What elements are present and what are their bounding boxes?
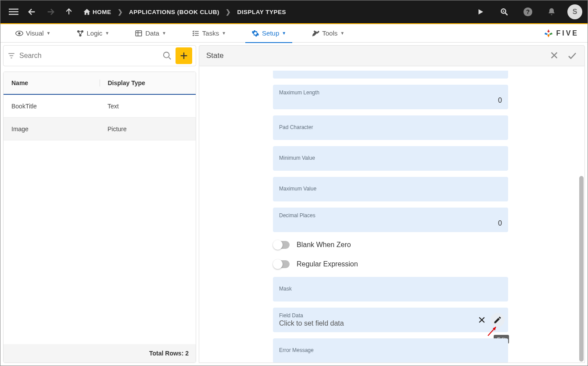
toggle-label: Blank When Zero	[297, 241, 351, 249]
field-label: Decimal Places	[279, 212, 502, 219]
field-label: Mask	[279, 286, 502, 292]
search-bar	[3, 45, 196, 66]
home-icon	[83, 8, 91, 16]
table-row[interactable]: BookTitle Text	[4, 95, 196, 118]
field-label: Field Data	[279, 312, 502, 319]
cell-name: Image	[4, 126, 100, 133]
toggle-blank-when-zero[interactable]: Blank When Zero	[273, 238, 508, 251]
filter-icon[interactable]	[7, 51, 16, 60]
svg-line-4	[506, 13, 508, 15]
toggle-regex[interactable]: Regular Expression	[273, 258, 508, 271]
close-icon[interactable]	[549, 50, 559, 61]
table-header: Name Display Type	[4, 72, 196, 95]
svg-rect-1	[9, 11, 18, 12]
nav-logic[interactable]: Logic▼	[70, 24, 116, 43]
cell-name: BookTitle	[4, 103, 100, 110]
breadcrumb: HOME ❯ APPLICATIONS (BOOK CLUB) ❯ DISPLA…	[83, 8, 286, 16]
svg-text:?: ?	[526, 9, 530, 15]
nav-tasks[interactable]: Tasks▼	[186, 24, 232, 43]
scrollbar[interactable]	[579, 176, 584, 362]
edit-field-data-icon[interactable]	[491, 313, 505, 327]
detail-panel: State Maximum Length 0 Pa	[199, 45, 585, 363]
list-panel: Name Display Type BookTitle Text Image P…	[3, 45, 196, 363]
up-icon[interactable]	[61, 4, 77, 20]
field-max-value[interactable]: Maximum Value	[273, 177, 508, 201]
back-icon[interactable]	[24, 4, 40, 20]
chevron-down-icon: ▼	[222, 31, 226, 36]
avatar[interactable]: S	[567, 4, 582, 19]
field-min-value[interactable]: Minimum Value	[273, 146, 508, 171]
chevron-right-icon: ❯	[226, 8, 231, 15]
svg-point-9	[18, 32, 20, 34]
chevron-down-icon: ▼	[47, 31, 51, 36]
svg-line-30	[488, 327, 496, 336]
table-row[interactable]: Image Picture	[4, 118, 196, 140]
bell-icon[interactable]	[544, 4, 559, 20]
add-button[interactable]	[176, 47, 192, 64]
brand-logo: FIVE	[544, 29, 579, 38]
chevron-down-icon: ▼	[282, 31, 286, 36]
topbar: HOME ❯ APPLICATIONS (BOOK CLUB) ❯ DISPLA…	[0, 0, 588, 24]
cell-display-type: Picture	[100, 126, 196, 133]
field-label: Pad Character	[279, 124, 502, 130]
search-input[interactable]	[19, 52, 159, 60]
chevron-down-icon: ▼	[105, 31, 109, 36]
chevron-down-icon: ▼	[162, 31, 166, 36]
toggle-label: Regular Expression	[297, 260, 358, 268]
column-display-type[interactable]: Display Type	[100, 79, 196, 86]
field-pad-character[interactable]: Pad Character	[273, 115, 508, 140]
field-label: Maximum Length	[279, 90, 502, 96]
detail-title: State	[206, 51, 224, 60]
clear-field-data-icon[interactable]	[475, 313, 489, 327]
toggle-switch[interactable]	[274, 241, 290, 249]
list-table: Name Display Type BookTitle Text Image P…	[3, 72, 196, 363]
nav-data[interactable]: Data▼	[129, 24, 172, 43]
svg-rect-0	[9, 9, 18, 10]
svg-point-5	[503, 11, 504, 12]
breadcrumb-home[interactable]: HOME	[93, 9, 111, 15]
field-label: Minimum Value	[279, 155, 502, 161]
svg-marker-31	[493, 327, 496, 330]
breadcrumb-display-types[interactable]: DISPLAY TYPES	[237, 9, 287, 15]
field-label: Error Message	[279, 347, 502, 353]
confirm-icon[interactable]	[567, 50, 577, 61]
help-icon[interactable]: ?	[520, 4, 536, 20]
field-mask[interactable]: Mask	[273, 277, 508, 301]
main-nav: Visual▼ Logic▼ Data▼ Tasks▼ Setup▼ Tools…	[0, 24, 588, 43]
search-icon[interactable]	[162, 51, 172, 61]
column-name[interactable]: Name	[4, 79, 100, 86]
toggle-switch[interactable]	[274, 260, 290, 268]
field-decimal-places[interactable]: Decimal Places 0	[273, 208, 508, 232]
field-partial[interactable]	[273, 71, 508, 79]
field-value: 0	[279, 219, 502, 227]
forward-icon	[43, 4, 58, 20]
svg-line-23	[169, 57, 171, 60]
field-max-length[interactable]: Maximum Length 0	[273, 85, 508, 109]
search-global-icon[interactable]	[496, 4, 512, 20]
cell-display-type: Text	[100, 103, 196, 110]
menu-icon[interactable]	[6, 4, 22, 20]
chevron-right-icon: ❯	[118, 8, 123, 15]
nav-visual[interactable]: Visual▼	[9, 24, 57, 43]
field-error-message[interactable]: Error Message	[273, 338, 508, 363]
nav-tools[interactable]: Tools▼	[305, 24, 351, 43]
chevron-down-icon: ▼	[340, 31, 344, 36]
svg-rect-13	[136, 31, 142, 36]
svg-point-22	[164, 52, 169, 58]
detail-header: State	[199, 45, 585, 66]
svg-rect-2	[9, 14, 18, 15]
field-value: Click to set field data	[279, 319, 502, 327]
breadcrumb-applications[interactable]: APPLICATIONS (BOOK CLUB)	[129, 9, 219, 15]
field-label: Maximum Value	[279, 186, 502, 192]
play-icon[interactable]	[473, 4, 488, 20]
table-footer: Total Rows: 2	[4, 344, 196, 362]
field-value: 0	[279, 97, 502, 104]
field-field-data[interactable]: Field Data Click to set field data Edit	[273, 308, 508, 332]
nav-setup[interactable]: Setup▼	[245, 24, 292, 43]
